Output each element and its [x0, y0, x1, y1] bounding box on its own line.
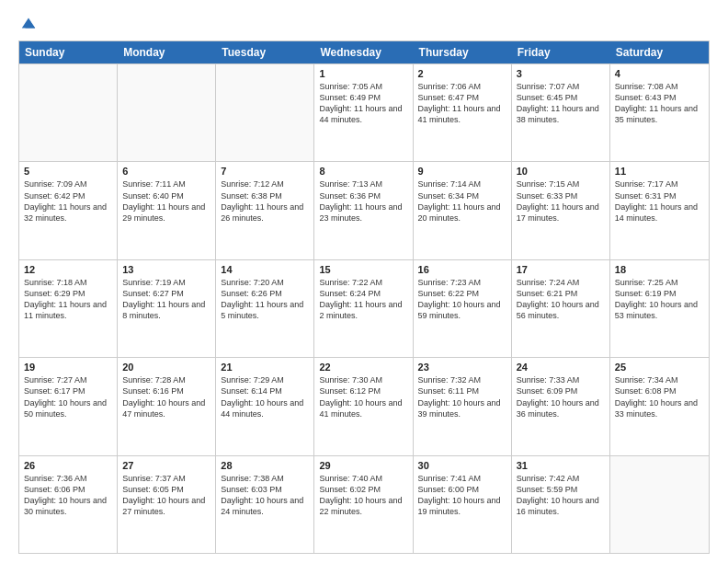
calendar-body: 1Sunrise: 7:05 AM Sunset: 6:49 PM Daylig… [19, 63, 709, 553]
cell-info: Sunrise: 7:11 AM Sunset: 6:40 PM Dayligh… [122, 178, 210, 224]
header-day-monday: Monday [118, 41, 216, 63]
cell-info: Sunrise: 7:20 AM Sunset: 6:26 PM Dayligh… [221, 277, 309, 322]
calendar-cell: 17Sunrise: 7:24 AM Sunset: 6:21 PM Dayli… [512, 260, 610, 357]
cell-info: Sunrise: 7:22 AM Sunset: 6:24 PM Dayligh… [319, 277, 407, 322]
calendar-row-4: 19Sunrise: 7:27 AM Sunset: 6:17 PM Dayli… [19, 357, 709, 454]
day-number: 4 [615, 68, 704, 79]
day-number: 26 [24, 460, 112, 471]
calendar-cell: 13Sunrise: 7:19 AM Sunset: 6:27 PM Dayli… [118, 260, 216, 357]
cell-info: Sunrise: 7:32 AM Sunset: 6:11 PM Dayligh… [418, 374, 506, 419]
day-number: 23 [418, 362, 506, 373]
calendar-cell: 19Sunrise: 7:27 AM Sunset: 6:17 PM Dayli… [19, 358, 118, 454]
day-number: 13 [122, 264, 210, 275]
calendar-cell: 10Sunrise: 7:15 AM Sunset: 6:33 PM Dayli… [512, 162, 610, 259]
header-day-wednesday: Wednesday [314, 41, 413, 63]
day-number: 24 [517, 362, 605, 373]
calendar-cell: 7Sunrise: 7:12 AM Sunset: 6:38 PM Daylig… [216, 162, 314, 259]
calendar-cell [118, 64, 216, 161]
cell-info: Sunrise: 7:05 AM Sunset: 6:49 PM Dayligh… [319, 81, 407, 126]
header-day-thursday: Thursday [414, 41, 512, 63]
day-number: 30 [418, 460, 506, 471]
calendar-cell: 12Sunrise: 7:18 AM Sunset: 6:29 PM Dayli… [19, 260, 118, 357]
calendar-cell [216, 64, 314, 161]
day-number: 12 [24, 264, 112, 275]
calendar-row-1: 1Sunrise: 7:05 AM Sunset: 6:49 PM Daylig… [19, 63, 709, 161]
cell-info: Sunrise: 7:27 AM Sunset: 6:17 PM Dayligh… [24, 374, 112, 419]
calendar-cell: 20Sunrise: 7:28 AM Sunset: 6:16 PM Dayli… [118, 358, 216, 454]
cell-info: Sunrise: 7:41 AM Sunset: 6:00 PM Dayligh… [418, 473, 506, 518]
cell-info: Sunrise: 7:17 AM Sunset: 6:31 PM Dayligh… [615, 178, 704, 224]
cell-info: Sunrise: 7:23 AM Sunset: 6:22 PM Dayligh… [418, 277, 506, 322]
calendar-cell: 6Sunrise: 7:11 AM Sunset: 6:40 PM Daylig… [118, 162, 216, 259]
calendar-row-3: 12Sunrise: 7:18 AM Sunset: 6:29 PM Dayli… [19, 259, 709, 357]
day-number: 18 [615, 264, 704, 275]
calendar-cell: 30Sunrise: 7:41 AM Sunset: 6:00 PM Dayli… [414, 456, 512, 553]
day-number: 16 [418, 264, 506, 275]
cell-info: Sunrise: 7:19 AM Sunset: 6:27 PM Dayligh… [122, 277, 210, 322]
day-number: 15 [319, 264, 407, 275]
day-number: 28 [221, 460, 309, 471]
calendar-cell: 21Sunrise: 7:29 AM Sunset: 6:14 PM Dayli… [216, 358, 314, 454]
calendar-row-2: 5Sunrise: 7:09 AM Sunset: 6:42 PM Daylig… [19, 161, 709, 259]
day-number: 19 [24, 362, 112, 373]
day-number: 8 [319, 166, 407, 177]
calendar-cell: 25Sunrise: 7:34 AM Sunset: 6:08 PM Dayli… [610, 358, 709, 454]
day-number: 2 [418, 68, 506, 79]
header-day-friday: Friday [512, 41, 610, 63]
calendar-cell: 29Sunrise: 7:40 AM Sunset: 6:02 PM Dayli… [314, 456, 413, 553]
cell-info: Sunrise: 7:29 AM Sunset: 6:14 PM Dayligh… [221, 374, 309, 419]
cell-info: Sunrise: 7:15 AM Sunset: 6:33 PM Dayligh… [517, 178, 605, 224]
calendar-cell [610, 456, 709, 553]
calendar-cell: 16Sunrise: 7:23 AM Sunset: 6:22 PM Dayli… [414, 260, 512, 357]
day-number: 6 [122, 166, 210, 177]
cell-info: Sunrise: 7:28 AM Sunset: 6:16 PM Dayligh… [122, 374, 210, 419]
calendar-cell: 9Sunrise: 7:14 AM Sunset: 6:34 PM Daylig… [414, 162, 512, 259]
cell-info: Sunrise: 7:25 AM Sunset: 6:19 PM Dayligh… [615, 277, 704, 322]
calendar-cell: 5Sunrise: 7:09 AM Sunset: 6:42 PM Daylig… [19, 162, 118, 259]
cell-info: Sunrise: 7:09 AM Sunset: 6:42 PM Dayligh… [24, 178, 112, 224]
cell-info: Sunrise: 7:07 AM Sunset: 6:45 PM Dayligh… [517, 81, 605, 126]
cell-info: Sunrise: 7:06 AM Sunset: 6:47 PM Dayligh… [418, 81, 506, 126]
header-day-saturday: Saturday [610, 41, 709, 63]
cell-info: Sunrise: 7:33 AM Sunset: 6:09 PM Dayligh… [517, 374, 605, 419]
page: SundayMondayTuesdayWednesdayThursdayFrid… [0, 0, 728, 563]
calendar-cell: 18Sunrise: 7:25 AM Sunset: 6:19 PM Dayli… [610, 260, 709, 357]
header-day-tuesday: Tuesday [216, 41, 314, 63]
calendar-cell: 31Sunrise: 7:42 AM Sunset: 5:59 PM Dayli… [512, 456, 610, 553]
day-number: 20 [122, 362, 210, 373]
cell-info: Sunrise: 7:08 AM Sunset: 6:43 PM Dayligh… [615, 81, 704, 126]
calendar-cell: 1Sunrise: 7:05 AM Sunset: 6:49 PM Daylig… [314, 64, 413, 161]
cell-info: Sunrise: 7:30 AM Sunset: 6:12 PM Dayligh… [319, 374, 407, 419]
calendar-row-5: 26Sunrise: 7:36 AM Sunset: 6:06 PM Dayli… [19, 455, 709, 553]
calendar-cell: 26Sunrise: 7:36 AM Sunset: 6:06 PM Dayli… [19, 456, 118, 553]
cell-info: Sunrise: 7:42 AM Sunset: 5:59 PM Dayligh… [517, 473, 605, 518]
calendar-cell: 27Sunrise: 7:37 AM Sunset: 6:05 PM Dayli… [118, 456, 216, 553]
day-number: 31 [517, 460, 605, 471]
calendar-cell: 11Sunrise: 7:17 AM Sunset: 6:31 PM Dayli… [610, 162, 709, 259]
logo-icon [20, 15, 37, 31]
header-day-sunday: Sunday [19, 41, 118, 63]
calendar-cell: 4Sunrise: 7:08 AM Sunset: 6:43 PM Daylig… [610, 64, 709, 161]
day-number: 10 [517, 166, 605, 177]
day-number: 7 [221, 166, 309, 177]
day-number: 9 [418, 166, 506, 177]
calendar-cell [19, 64, 118, 161]
logo [18, 15, 37, 31]
calendar-cell: 2Sunrise: 7:06 AM Sunset: 6:47 PM Daylig… [414, 64, 512, 161]
cell-info: Sunrise: 7:40 AM Sunset: 6:02 PM Dayligh… [319, 473, 407, 518]
cell-info: Sunrise: 7:18 AM Sunset: 6:29 PM Dayligh… [24, 277, 112, 322]
day-number: 3 [517, 68, 605, 79]
cell-info: Sunrise: 7:38 AM Sunset: 6:03 PM Dayligh… [221, 473, 309, 518]
calendar-cell: 15Sunrise: 7:22 AM Sunset: 6:24 PM Dayli… [314, 260, 413, 357]
calendar-header: SundayMondayTuesdayWednesdayThursdayFrid… [19, 41, 709, 63]
cell-info: Sunrise: 7:24 AM Sunset: 6:21 PM Dayligh… [517, 277, 605, 322]
calendar-cell: 3Sunrise: 7:07 AM Sunset: 6:45 PM Daylig… [512, 64, 610, 161]
calendar: SundayMondayTuesdayWednesdayThursdayFrid… [18, 40, 710, 554]
day-number: 5 [24, 166, 112, 177]
cell-info: Sunrise: 7:36 AM Sunset: 6:06 PM Dayligh… [24, 473, 112, 518]
day-number: 21 [221, 362, 309, 373]
cell-info: Sunrise: 7:12 AM Sunset: 6:38 PM Dayligh… [221, 178, 309, 224]
cell-info: Sunrise: 7:37 AM Sunset: 6:05 PM Dayligh… [122, 473, 210, 518]
calendar-cell: 23Sunrise: 7:32 AM Sunset: 6:11 PM Dayli… [414, 358, 512, 454]
day-number: 25 [615, 362, 704, 373]
